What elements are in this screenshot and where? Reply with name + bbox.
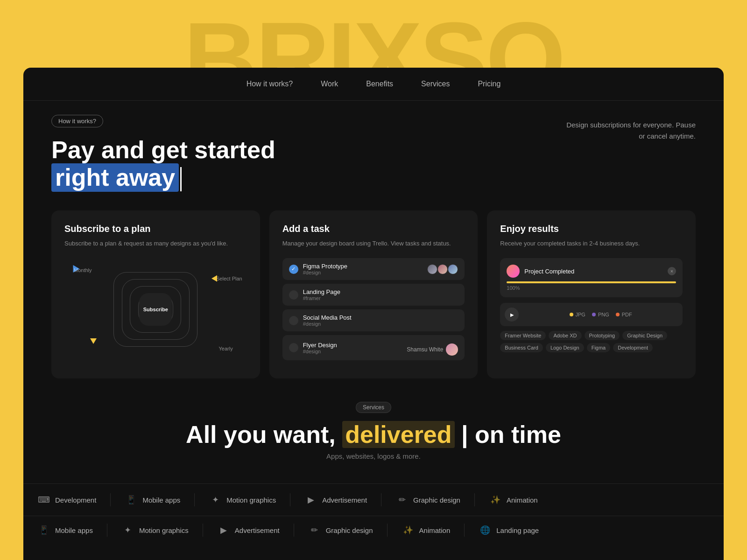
how-it-works-badge[interactable]: How it works? [51,115,103,127]
project-title: Project Completed [524,268,668,275]
label-monthly: Monthly [74,267,92,273]
shamsu-avatar [446,343,458,356]
tags-row: Framer Website Adobe XD Prototyping Grap… [500,331,683,352]
progress-bar-fill [507,281,676,283]
progress-label: 100% [507,285,676,291]
png-label: PNG [598,312,609,317]
task-tag: #design [303,270,423,275]
progress-bar-bg [507,281,676,283]
task-info: Flyer Design #design [303,342,402,354]
jpg-dot [570,313,573,316]
nav-work[interactable]: Work [316,77,343,91]
card-tasks-desc: Manage your design board using Trello. V… [282,239,465,249]
task-info: Social Media Post #design [303,314,458,327]
services-badge: Services [356,402,391,413]
service-label: Animation [507,496,538,504]
hero-right: Design subscriptions for everyone. Pause… [565,115,696,142]
hero-section: How it works? Pay and get started right … [23,101,724,201]
hero-left: How it works? Pay and get started right … [51,115,275,192]
ad-icon: ▶ [304,493,317,506]
card-results-desc: Receive your completed tasks in 2-4 busi… [500,239,683,249]
tag-adobe: Adobe XD [549,331,581,340]
task-item: Landing Page #framer [282,284,465,306]
graphic2-icon: ✏ [308,524,321,537]
tag-business: Business Card [500,343,543,352]
nav-services[interactable]: Services [416,77,454,91]
tag-graphic: Graphic Design [622,331,667,340]
service-label2: Mobile apps [55,526,93,534]
service-label2: Graphic design [326,526,373,534]
service-item-ad: ▶ Advertisement [290,493,381,506]
task-info: Figma Prototype #design [303,263,423,275]
service-label2: Advertisement [235,526,280,534]
ad2-icon: ▶ [217,524,230,537]
arrow-yellow-bottom-icon [90,338,97,344]
file-type-jpg: JPG [570,312,585,317]
mobile-icon: 📱 [125,493,138,506]
nav-how-it-works[interactable]: How it works? [242,77,298,91]
services-scroll-row2: 📱 Mobile apps ✦ Motion graphics ▶ Advert… [23,516,724,544]
animation2-icon: ✨ [402,524,415,537]
task-done-icon [289,265,298,274]
service-item-motion2: ✦ Motion graphics [107,524,203,537]
nav-benefits[interactable]: Benefits [361,77,398,91]
jpg-label: JPG [576,312,585,317]
service-item-animation2: ✨ Animation [388,524,465,537]
shamsu-name: Shamsu White [407,346,443,353]
landing-icon: 🌐 [479,524,492,537]
project-icon [507,265,520,278]
file-type-png: PNG [592,312,609,317]
service-label2: Motion graphics [139,526,189,534]
services-title: All you want, delivered | on time [51,420,696,448]
avatar [437,264,448,274]
service-label: Mobile apps [142,496,180,504]
card-subscribe-desc: Subscribe to a plan & request as many de… [64,239,247,249]
task-list: Figma Prototype #design Landing Page #fr… [282,258,465,360]
graphic-icon: ✏ [395,493,409,506]
service-label2: Animation [419,526,451,534]
file-type-pdf: PDF [616,312,632,317]
card-tasks: Add a task Manage your design board usin… [269,210,478,378]
nav-pricing[interactable]: Pricing [473,77,505,91]
service-label: Graphic design [413,496,460,504]
tag-logo: Logo Design [546,343,584,352]
file-types: JPG PNG PDF [523,312,678,317]
service-item-landing: 🌐 Landing page [465,524,553,537]
task-pending-icon [289,343,298,352]
service-item-ad2: ▶ Advertisement [203,524,294,537]
mobile2-icon: 📱 [37,524,50,537]
label-select-plan: Select Plan [216,276,242,281]
project-header: Project Completed × [507,265,676,278]
navbar: How it works? Work Benefits Services Pri… [23,68,724,101]
shamsu-badge: Shamsu White [407,343,458,356]
services-title-start: All you want, [186,421,336,448]
task-name: Figma Prototype [303,263,423,270]
service-item-motion: ✦ Motion graphics [195,493,290,506]
service-label: Advertisement [322,496,367,504]
services-subtitle: Apps, websites, logos & more. [51,452,696,460]
subscribe-button[interactable]: Subscribe [139,293,172,326]
service-label2: Landing page [496,526,539,534]
tag-dev: Development [613,343,653,352]
play-button[interactable] [505,308,519,322]
pdf-label: PDF [622,312,632,317]
task-item: Figma Prototype #design [282,258,465,280]
service-label: Development [55,496,96,504]
hero-subtitle: Design subscriptions for everyone. Pause… [565,119,696,142]
avatar [448,264,458,274]
service-item-graphic: ✏ Graphic design [381,493,475,506]
task-item: Social Media Post #design [282,309,465,331]
task-tag: #framer [303,295,458,301]
task-item: Flyer Design #design Shamsu White [282,335,465,360]
tag-prototyping: Prototyping [585,331,620,340]
task-name: Social Media Post [303,314,458,321]
avatar [427,264,437,274]
task-pending-icon [289,316,298,325]
services-title-highlight: delivered [342,421,454,448]
card-results: Enjoy results Receive your completed tas… [487,210,696,378]
motion2-icon: ✦ [121,524,134,537]
service-label: Motion graphics [226,496,276,504]
project-completed-card: Project Completed × 100% [500,258,683,297]
close-icon[interactable]: × [668,267,676,275]
task-tag: #design [303,321,458,327]
